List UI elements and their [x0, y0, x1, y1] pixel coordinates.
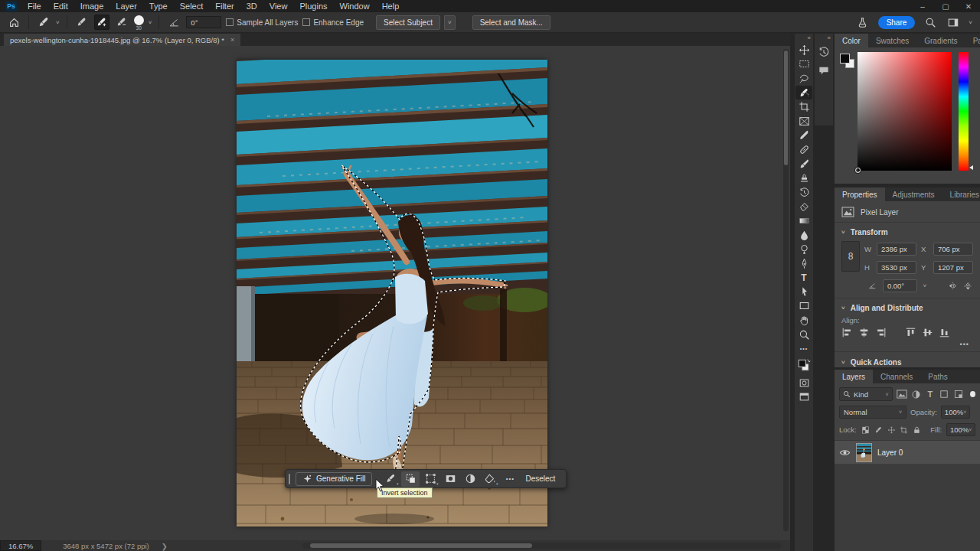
- generative-fill-button[interactable]: Generative Fill: [296, 472, 372, 486]
- canvas-workspace[interactable]: Generative Fill ▾ ▾ ▾: [0, 46, 790, 540]
- subtract-selection-mode-icon[interactable]: [114, 15, 129, 30]
- tab-swatches[interactable]: Swatches: [868, 34, 916, 47]
- photo-canvas[interactable]: [237, 60, 547, 527]
- select-and-mask-button[interactable]: Select and Mask...: [472, 15, 550, 30]
- collapse-tools-icon[interactable]: «: [808, 34, 813, 43]
- menu-image[interactable]: Image: [74, 0, 110, 12]
- share-button[interactable]: Share: [878, 16, 916, 29]
- type-tool[interactable]: T: [795, 271, 812, 285]
- more-options-icon[interactable]: •••: [501, 471, 519, 487]
- lasso-tool[interactable]: [795, 71, 812, 86]
- invert-selection-icon[interactable]: [401, 471, 420, 487]
- workspace-chevron-icon[interactable]: ˅: [969, 19, 972, 26]
- menu-edit[interactable]: Edit: [47, 0, 74, 12]
- menu-window[interactable]: Window: [334, 0, 376, 12]
- y-field[interactable]: 1207 px: [933, 261, 973, 274]
- tab-patterns[interactable]: Patterns: [965, 34, 980, 47]
- rectangle-tool[interactable]: [795, 299, 812, 314]
- sample-all-layers-checkbox[interactable]: Sample All Layers: [226, 18, 298, 27]
- clone-stamp-tool[interactable]: [795, 171, 812, 185]
- dodge-tool[interactable]: [795, 242, 812, 256]
- tab-close-icon[interactable]: ×: [230, 36, 234, 44]
- search-icon[interactable]: [923, 15, 938, 30]
- align-vertical-centers-icon[interactable]: [922, 327, 933, 338]
- history-panel-icon[interactable]: [815, 43, 833, 61]
- quick-mask-icon[interactable]: [795, 376, 812, 390]
- lock-position-icon[interactable]: [887, 425, 896, 435]
- menu-plugins[interactable]: Plugins: [293, 0, 333, 12]
- foreground-background-swatches[interactable]: [840, 54, 855, 69]
- zoom-tool[interactable]: [795, 328, 812, 342]
- fill-field[interactable]: 100% ˅: [946, 423, 975, 436]
- minimize-button[interactable]: –: [911, 0, 934, 12]
- edit-toolbar-icon[interactable]: •••: [795, 341, 812, 356]
- beta-flask-icon[interactable]: [855, 15, 871, 30]
- hand-tool[interactable]: [795, 313, 812, 328]
- layer-filter-kind-dropdown[interactable]: Kind ˅: [839, 387, 893, 401]
- blend-mode-dropdown[interactable]: Normal ˅: [839, 406, 906, 419]
- eyedropper-tool[interactable]: [795, 129, 812, 143]
- menu-3d[interactable]: 3D: [240, 0, 263, 12]
- path-selection-tool[interactable]: [795, 285, 812, 299]
- blur-tool[interactable]: [795, 228, 812, 243]
- menu-file[interactable]: File: [21, 0, 47, 12]
- transform-section-header[interactable]: ˅ Transform: [835, 223, 980, 240]
- hue-slider[interactable]: [959, 52, 969, 171]
- x-field[interactable]: 706 px: [933, 243, 973, 256]
- filter-shape-layers-icon[interactable]: [939, 390, 950, 399]
- opacity-field[interactable]: 100% ˅: [941, 406, 970, 419]
- transform-selection-icon[interactable]: ▾: [421, 471, 439, 487]
- tab-paths[interactable]: Paths: [920, 370, 956, 383]
- align-bottom-edges-icon[interactable]: [939, 327, 950, 338]
- align-left-edges-icon[interactable]: [841, 327, 853, 338]
- brush-angle-field[interactable]: 0°: [186, 16, 221, 28]
- screen-mode-icon[interactable]: [795, 390, 812, 405]
- tab-channels[interactable]: Channels: [873, 370, 920, 383]
- workspace-icon[interactable]: [946, 15, 961, 30]
- maximize-button[interactable]: ▢: [934, 0, 957, 12]
- tool-preset-chevron-icon[interactable]: ˅: [56, 19, 60, 26]
- menu-type[interactable]: Type: [143, 0, 174, 12]
- layer-row[interactable]: Layer 0: [835, 441, 980, 464]
- filter-toggle[interactable]: [970, 391, 975, 397]
- adjustment-icon[interactable]: [461, 471, 479, 487]
- tab-color[interactable]: Color: [835, 34, 868, 47]
- collapse-panels-icon[interactable]: «: [828, 34, 833, 43]
- document-tab[interactable]: pexels-wellington-cunha-1918445.jpg @ 16…: [4, 34, 240, 46]
- layer-visibility-eye-icon[interactable]: [839, 448, 851, 457]
- add-selection-mode-icon[interactable]: [94, 15, 109, 30]
- menu-layer[interactable]: Layer: [109, 0, 143, 12]
- new-selection-mode-icon[interactable]: [74, 15, 90, 30]
- tab-libraries[interactable]: Libraries: [942, 187, 980, 201]
- close-button[interactable]: ✕: [957, 0, 980, 12]
- foreground-background-colors[interactable]: [795, 356, 812, 376]
- lock-pixels-icon[interactable]: [874, 425, 883, 435]
- filter-adjustment-layers-icon[interactable]: [911, 390, 922, 399]
- menu-select[interactable]: Select: [174, 0, 210, 12]
- horizontal-scrollbar[interactable]: [302, 543, 781, 549]
- tool-preset-icon[interactable]: [36, 15, 51, 30]
- select-subject-button[interactable]: Select Subject: [376, 15, 440, 30]
- zoom-level-field[interactable]: 16.67%: [0, 540, 41, 551]
- menu-view[interactable]: View: [263, 0, 294, 12]
- crop-tool[interactable]: [795, 99, 812, 114]
- move-tool[interactable]: [795, 43, 812, 57]
- hue-slider-handle[interactable]: [969, 165, 973, 170]
- lock-transparency-icon[interactable]: [861, 425, 870, 435]
- tab-adjustments[interactable]: Adjustments: [885, 187, 942, 201]
- align-right-edges-icon[interactable]: [875, 327, 887, 338]
- vertical-scrollbar[interactable]: [783, 49, 789, 531]
- taskbar-grip-handle[interactable]: [289, 474, 290, 484]
- saturation-brightness-field[interactable]: [858, 52, 952, 171]
- align-more-options-icon[interactable]: •••: [835, 338, 980, 352]
- home-icon[interactable]: [6, 15, 21, 30]
- angle-chevron-icon[interactable]: ˅: [923, 282, 927, 289]
- eraser-tool[interactable]: [795, 200, 812, 214]
- filter-type-layers-icon[interactable]: T: [925, 390, 936, 399]
- rotate-angle-field[interactable]: 0.00°: [883, 279, 917, 292]
- fill-selection-icon[interactable]: ▾: [481, 471, 499, 487]
- rectangular-marquee-tool[interactable]: [795, 57, 812, 72]
- history-brush-tool[interactable]: [795, 185, 812, 200]
- lock-artboard-icon[interactable]: [900, 425, 908, 435]
- filter-pixel-layers-icon[interactable]: [897, 390, 907, 399]
